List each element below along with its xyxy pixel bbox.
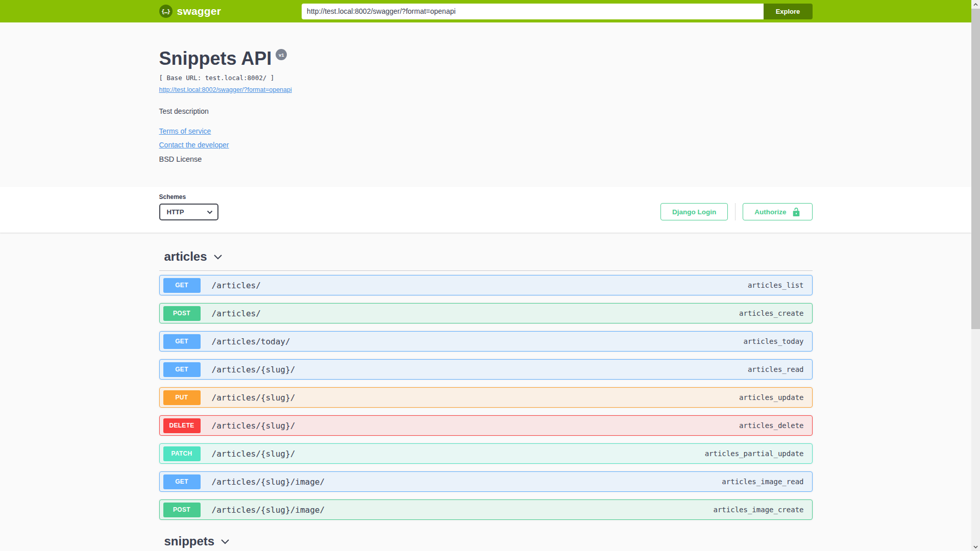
scrollbar-up-arrow[interactable]: [971, 0, 980, 9]
scrollbar-down-arrow[interactable]: [971, 542, 980, 551]
operation-id: articles_today: [743, 337, 803, 345]
operation-path: /articles/: [212, 309, 261, 318]
swagger-logo: {…} swagger: [159, 5, 222, 18]
api-info-section: Snippets API v1 [ Base URL: test.local:8…: [0, 22, 971, 187]
base-url: [ Base URL: test.local:8002/ ]: [159, 74, 813, 82]
method-badge: PUT: [163, 390, 201, 405]
api-sections: articles GET /articles/ articles_list PO…: [159, 233, 813, 551]
tag-name: articles: [164, 249, 207, 264]
operation-id: articles_image_create: [713, 506, 803, 514]
operation-path: /articles/{slug}/: [212, 449, 296, 459]
scheme-container: Schemes HTTP Django Login Authorize: [0, 187, 971, 233]
auth-wrapper: Django Login Authorize: [660, 203, 812, 220]
explore-button[interactable]: Explore: [764, 4, 813, 19]
method-badge: GET: [163, 278, 201, 293]
operation-row[interactable]: DELETE /articles/{slug}/ articles_delete: [159, 415, 813, 436]
api-title-text: Snippets API: [159, 48, 272, 69]
method-badge: GET: [163, 474, 201, 489]
page-title: Snippets API v1: [159, 48, 813, 69]
unlock-icon: [792, 207, 801, 216]
api-tag-section: articles GET /articles/ articles_list PO…: [159, 249, 813, 520]
spec-url-input[interactable]: [302, 4, 763, 19]
scrollbar-thumb[interactable]: [971, 9, 980, 329]
swagger-logo-icon: {…}: [159, 5, 173, 18]
terms-of-service-link[interactable]: Terms of service: [159, 127, 211, 135]
operation-row[interactable]: GET /articles/{slug}/image/ articles_ima…: [159, 471, 813, 492]
method-badge: GET: [163, 362, 201, 377]
schemes-select[interactable]: HTTP: [159, 204, 218, 220]
operation-id: articles_create: [739, 309, 803, 317]
version-badge: v1: [276, 49, 287, 60]
auth-divider: [735, 203, 736, 220]
tag-name: snippets: [164, 534, 215, 548]
operation-path: /articles/{slug}/image/: [212, 477, 325, 487]
operation-path: /articles/: [212, 281, 261, 290]
page-scrollbar[interactable]: [971, 0, 980, 551]
tag-header[interactable]: snippets: [159, 534, 813, 551]
contact-developer-link[interactable]: Contact the developer: [159, 141, 229, 149]
method-badge: PATCH: [163, 446, 201, 461]
operation-path: /articles/{slug}/: [212, 393, 296, 403]
schemes-block: Schemes HTTP: [159, 193, 218, 220]
schemes-label: Schemes: [159, 193, 218, 201]
operation-row[interactable]: PATCH /articles/{slug}/ articles_partial…: [159, 443, 813, 464]
method-badge: DELETE: [163, 418, 201, 433]
operation-id: articles_delete: [739, 421, 803, 430]
method-badge: GET: [163, 334, 201, 349]
brand-title: swagger: [177, 5, 222, 17]
method-badge: POST: [163, 306, 201, 321]
operation-row[interactable]: PUT /articles/{slug}/ articles_update: [159, 387, 813, 408]
django-login-label: Django Login: [672, 208, 716, 216]
operation-id: articles_list: [748, 281, 804, 289]
operation-row[interactable]: GET /articles/today/ articles_today: [159, 331, 813, 352]
operation-path: /articles/today/: [212, 337, 290, 346]
operation-path: /articles/{slug}/image/: [212, 505, 325, 515]
operation-row[interactable]: POST /articles/ articles_create: [159, 303, 813, 323]
page: {…} swagger Explore Snippets API v1 [ Ba…: [0, 0, 971, 551]
download-url-wrapper: Explore: [302, 4, 812, 19]
operation-id: articles_update: [739, 393, 803, 402]
operation-path: /articles/{slug}/: [212, 365, 296, 374]
authorize-label: Authorize: [754, 208, 786, 216]
operation-row[interactable]: GET /articles/ articles_list: [159, 275, 813, 295]
chevron-down-icon: [213, 254, 223, 260]
django-login-button[interactable]: Django Login: [660, 203, 728, 220]
operation-id: articles_read: [748, 365, 804, 373]
operation-path: /articles/{slug}/: [212, 421, 296, 431]
operation-row[interactable]: GET /articles/{slug}/ articles_read: [159, 359, 813, 380]
spec-link[interactable]: http://test.local:8002/swagger/?format=o…: [159, 86, 292, 93]
license-text: BSD License: [159, 155, 813, 163]
operation-id: articles_partial_update: [705, 449, 804, 458]
operation-row[interactable]: POST /articles/{slug}/image/ articles_im…: [159, 499, 813, 520]
tag-header[interactable]: articles: [159, 249, 813, 271]
operations-list: GET /articles/ articles_list POST /artic…: [159, 271, 813, 520]
chevron-down-icon: [220, 539, 230, 544]
api-tag-section: snippets GET /snippets/ snippets_list: [159, 534, 813, 551]
chevron-down-icon: [973, 545, 978, 548]
operation-id: articles_image_read: [722, 478, 803, 486]
chevron-up-icon: [973, 3, 978, 6]
method-badge: POST: [163, 503, 201, 517]
api-description: Test description: [159, 107, 813, 115]
topbar: {…} swagger Explore: [0, 0, 971, 22]
authorize-button[interactable]: Authorize: [743, 203, 812, 220]
